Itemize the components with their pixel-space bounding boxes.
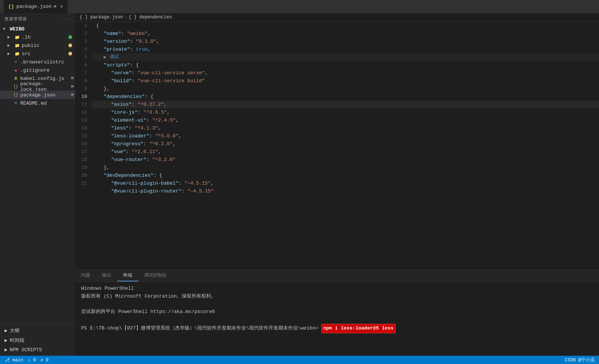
tok-18-brace: }, <box>104 164 110 171</box>
tok-16-key: "vue" <box>111 148 126 156</box>
tok-16-comma: , <box>158 148 161 156</box>
code-line-4: "private" : true , <box>92 45 599 53</box>
breadcrumb-section: { } dependencies <box>128 15 172 20</box>
tok-20-val: "~4.5.15" <box>184 179 211 187</box>
code-line-12: "element-ui" : "^2.4.5" , <box>92 116 599 124</box>
sidebar-item-package-lock[interactable]: {} package-lock.json M <box>0 83 75 91</box>
status-csdn: CSDN @宁小流 <box>565 357 594 363</box>
terminal-prompt: PS E:\TB-shop\【027】微博管理系统（杰华版）\现代软件开发期末作… <box>81 324 593 333</box>
code-line-21: "@vue/cli-plugin-router" : "~4.5.15" <box>92 187 599 195</box>
tok-19-brace: { <box>159 171 162 179</box>
ln-14: 14 <box>78 124 87 132</box>
package-lock-modified: M <box>71 84 74 89</box>
tok-10-key: "axios" <box>111 101 132 108</box>
sidebar-item-readme[interactable]: M README.md <box>0 99 75 107</box>
public-folder-icon: 📁 <box>14 42 20 48</box>
tok-9-key: "dependencies" <box>104 93 145 101</box>
package-json-modified: M <box>71 93 74 97</box>
terminal-path: PS E:\TB-shop\【027】微博管理系统（杰华版）\现代软件开发期末作… <box>81 325 318 332</box>
sidebar-header: 资源管理器 ··· <box>0 13 75 25</box>
sidebar-item-lh[interactable]: ▶ 📁 .lh <box>0 33 75 41</box>
code-line-9: "dependencies" : { <box>92 93 599 101</box>
sidebar-timeline[interactable]: ▶ 时间线 <box>0 335 75 345</box>
panel-tabs: 问题 输出 终端 调试控制台 <box>75 270 599 282</box>
tok-8-brace: }, <box>104 85 110 93</box>
src-badge <box>68 52 72 56</box>
terminal-content[interactable]: Windows PowerShell 版权所有 (C) Microsoft Co… <box>75 282 599 356</box>
terminal-line-1: Windows PowerShell <box>81 285 593 293</box>
tab-close-button[interactable]: × <box>60 4 63 10</box>
breadcrumb-sep1: › <box>124 15 127 20</box>
debug-arrow: ▶ <box>104 53 110 61</box>
tok-6-key: "serve" <box>111 69 132 77</box>
tok-12-val: "^2.4.5" <box>152 116 175 124</box>
content-area: { } package.json › { } dependencies 1 2 … <box>75 13 599 356</box>
tok-19-colon: : <box>154 171 160 179</box>
code-line-11: "core-js" : "^3.6.5" , <box>92 108 599 116</box>
babel-icon: B <box>13 75 19 81</box>
code-line-14: "less-loader" : "^5.0.0" , <box>92 132 599 140</box>
tok-7-val: "vue-cli-service build" <box>137 77 205 85</box>
sidebar-item-package-json[interactable]: {} package.json M <box>0 91 75 99</box>
tok-2-colon: : <box>121 30 127 38</box>
tok-20-comma: , <box>211 179 214 187</box>
panel-tab-debug[interactable]: 调试控制台 <box>138 270 173 281</box>
tok-14-key: "less-loader" <box>111 132 149 140</box>
tok-7-key: "build" <box>111 77 132 85</box>
tok-17-colon: : <box>146 156 152 164</box>
breadcrumb-file: { } package.json <box>80 15 123 20</box>
tok-11-key: "core-js" <box>111 108 137 116</box>
tok-9-brace: { <box>151 93 154 101</box>
ln-21: 21 <box>78 179 87 187</box>
terminal-line-blank2 <box>81 316 593 324</box>
sidebar: 资源管理器 ··· ▼ WEIBO ▶ 📁 .lh ▶ 📁 public <box>0 13 75 356</box>
tok-1-brace: { <box>96 22 99 30</box>
editor-tab[interactable]: {} package.json M × <box>4 0 68 13</box>
ln-16: 16 <box>78 140 87 148</box>
sidebar-item-src[interactable]: ▶ 📁 src <box>0 50 75 58</box>
sidebar-more-icon[interactable]: ··· <box>62 17 71 21</box>
outline-arrow: ▶ <box>5 328 8 334</box>
code-line-2: "name" : "weibo" , <box>92 30 599 38</box>
ln-11: 11 <box>78 101 87 108</box>
tok-3-comma: , <box>156 38 159 45</box>
tok-5-brace: { <box>136 61 139 69</box>
editor[interactable]: 1 2 3 4 5 6 7 8 9 10 11 12 13 14 15 16 1… <box>75 22 599 269</box>
line-numbers: 1 2 3 4 5 6 7 8 9 10 11 12 13 14 15 16 1… <box>75 22 92 269</box>
sidebar-item-public[interactable]: ▶ 📁 public <box>0 41 75 50</box>
panel-tab-terminal[interactable]: 终端 <box>117 270 138 281</box>
lh-arrow: ▶ <box>8 35 13 39</box>
tok-15-colon: : <box>143 140 149 148</box>
code-line-1: { <box>92 22 599 30</box>
panel-tab-problems[interactable]: 问题 <box>75 270 96 281</box>
sidebar-tree: ▼ WEIBO ▶ 📁 .lh ▶ 📁 public ▶ 📁 src <box>0 25 75 324</box>
tok-17-val: "^3.2.0" <box>152 156 175 164</box>
browserslistrc-name: .browserslistrc <box>20 59 74 65</box>
status-right: CSDN @宁小流 <box>565 357 594 363</box>
ln-17: 17 <box>78 148 87 156</box>
tok-11-colon: : <box>137 108 143 116</box>
tok-4-key: "private" <box>104 45 130 53</box>
panel-tab-output[interactable]: 输出 <box>96 270 117 281</box>
code-editor-content[interactable]: { "name" : "weibo" , "version" : <box>92 22 599 269</box>
terminal-line-blank1 <box>81 301 593 308</box>
ln-13: 13 <box>78 116 87 124</box>
tok-13-key: "less" <box>111 124 129 132</box>
tok-20-key: "@vue/cli-plugin-babel" <box>111 179 178 187</box>
package-json-icon: {} <box>13 92 19 98</box>
sidebar-item-browserslistrc[interactable]: ≡ .browserslistrc <box>0 58 75 66</box>
sidebar-item-weibo[interactable]: ▼ WEIBO <box>0 25 75 33</box>
sidebar-outline[interactable]: ▶ 大纲 <box>0 326 75 335</box>
tok-11-comma: , <box>167 108 170 116</box>
lh-name: .lh <box>22 35 67 40</box>
tok-14-colon: : <box>149 132 155 140</box>
breadcrumb: { } package.json › { } dependencies <box>75 13 599 22</box>
code-line-6: "serve" : "vue-cli-service serve" , <box>92 69 599 77</box>
code-line-19: "devDependencies" : { <box>92 171 599 179</box>
sidebar-title: 资源管理器 <box>5 16 27 22</box>
sidebar-item-gitignore[interactable]: ◆ .gitignore <box>0 66 75 74</box>
sidebar-npm-scripts[interactable]: ▶ NPM SCRIPTS <box>0 345 75 354</box>
code-line-15: "nprogress" : "^0.2.0" , <box>92 140 599 148</box>
code-line-18: }, <box>92 164 599 171</box>
src-folder-icon: 📁 <box>14 51 20 57</box>
